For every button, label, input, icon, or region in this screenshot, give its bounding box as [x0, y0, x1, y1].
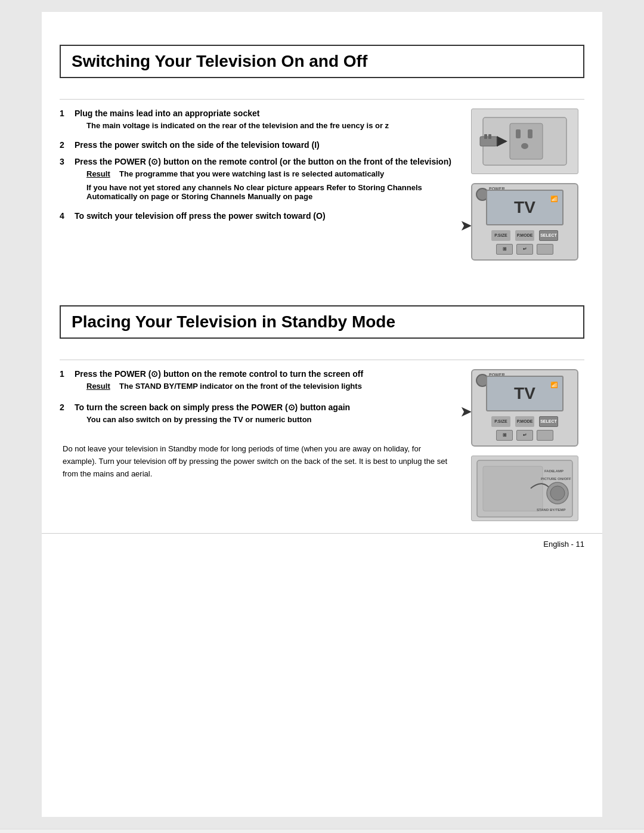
svg-text:LAMP: LAMP: [553, 469, 564, 473]
step-title-2-1: Press the POWER (⊙) button on the remote…: [75, 369, 363, 379]
p-mode-btn: P.MODE: [515, 230, 534, 241]
wifi-icon-2: 📶: [550, 382, 558, 388]
footer-language: English - 11: [543, 540, 584, 549]
divider2: [60, 360, 584, 360]
icon-symbol-3: ⊞: [503, 432, 507, 438]
result-text-2-1: The STAND BY/TEMP indicator on the front…: [119, 382, 453, 391]
section2-content: 1 Press the POWER (⊙) button on the remo…: [42, 369, 602, 521]
icon-symbol-1: ⊞: [503, 246, 507, 252]
result-block-2-1: Result The STAND BY/TEMP indicator on th…: [86, 382, 453, 391]
tv-icon-btn-4: ⊞: [496, 430, 513, 441]
tv-btn-row-2: ⊞ ↵: [496, 430, 553, 441]
step-content-1-3: Press the POWER (⊙) button on the remote…: [75, 157, 453, 204]
tv-icon-btn-5: ↵: [516, 430, 533, 441]
section1-content: 1 Plug the mains lead into an appropriat…: [42, 109, 602, 261]
svg-rect-7: [488, 134, 491, 139]
svg-rect-6: [484, 134, 487, 139]
step-sub-2-2: You can also switch on by pressing the T…: [86, 415, 453, 424]
arrow-icon: ➤: [460, 218, 471, 234]
result-block-1-3: Result The programme that you were watch…: [86, 169, 453, 178]
tv-panel-1: POWER TV 📶 P.SIZE P.MODE SELECT ⊞: [471, 183, 578, 261]
step-title-1-1: Plug the mains lead into an appropriate …: [75, 109, 259, 118]
step-title-2-2: To turn the screen back on simply press …: [75, 402, 350, 412]
step-number-2-2: 2: [60, 402, 75, 412]
bottom-bar: Downloaded from www.Manualslib.com manua…: [0, 829, 644, 833]
page: Switching Your Television On and Off 1 P…: [42, 12, 602, 817]
tv-controls-2: P.SIZE P.MODE SELECT: [491, 416, 558, 427]
section1-title: Switching Your Television On and Off: [60, 45, 584, 78]
step-sub-1-1: The main voltage is indicated on the rea…: [86, 121, 453, 130]
step-number-2-1: 1: [60, 369, 75, 379]
result-text-1-3: The programme that you were watching las…: [119, 169, 453, 178]
language-text: English: [543, 540, 569, 549]
section2-images: ➤ POWER TV 📶 P.SIZE P.MODE SELECT: [465, 369, 584, 521]
step-content-2-1: Press the POWER (⊙) button on the remote…: [75, 369, 453, 395]
tv-btn-row: ⊞ ↵: [496, 244, 553, 255]
divider1: [60, 99, 584, 100]
tv-icon-btn-1: ⊞: [496, 244, 513, 255]
svg-text:FADE: FADE: [544, 469, 554, 473]
section1-text: 1 Plug the mains lead into an appropriat…: [60, 109, 465, 261]
section2-title: Placing Your Television in Standby Mode: [60, 305, 584, 339]
step-number-1-4: 4: [60, 211, 75, 221]
step-note-1-3: If you have not yet stored any channels …: [86, 183, 453, 201]
step-content-1-4: To switch your television off press the …: [75, 211, 453, 221]
tv-screen-2: TV 📶: [486, 376, 564, 411]
tv-icon-btn-3: [537, 244, 553, 255]
svg-rect-9: [483, 466, 543, 511]
svg-text:STAND BY/TEMP: STAND BY/TEMP: [537, 508, 566, 512]
step-title-1-3: Press the POWER (⊙) button on the remote…: [75, 157, 451, 166]
section2-note: Do not leave your television in Standby …: [63, 443, 453, 480]
step-2-2: 2 To turn the screen back on simply pres…: [60, 402, 453, 427]
back-panel-svg: STAND BY/TEMP FADE LAMP PICTURE ON/OFF: [474, 457, 575, 520]
tv-icon-btn-6: [537, 430, 553, 441]
p-mode-btn-2: P.MODE: [515, 416, 534, 427]
section2-text: 1 Press the POWER (⊙) button on the remo…: [60, 369, 465, 521]
tv-screen-1: TV 📶: [486, 190, 564, 225]
step-1-1: 1 Plug the mains lead into an appropriat…: [60, 109, 453, 133]
page-number: - 11: [571, 540, 584, 549]
tv-screen-text-1: TV: [514, 198, 535, 217]
page-footer: English - 11: [42, 533, 602, 555]
p-size-btn-2: P.SIZE: [491, 416, 510, 427]
icon-symbol-4: ↵: [523, 432, 527, 438]
tv-image-2: ➤ POWER TV 📶 P.SIZE P.MODE SELECT: [471, 369, 578, 447]
tv-controls-1: P.SIZE P.MODE SELECT: [491, 230, 558, 241]
icon-symbol-2: ↵: [523, 246, 527, 252]
p-size-btn: P.SIZE: [491, 230, 510, 241]
svg-point-11: [550, 486, 565, 500]
socket-svg: [477, 112, 572, 171]
select-btn: SELECT: [539, 230, 558, 241]
svg-text:PICTURE ON/OFF: PICTURE ON/OFF: [541, 477, 571, 481]
step-title-1-4: To switch your television off press the …: [75, 211, 326, 221]
tv-panel-2: POWER TV 📶 P.SIZE P.MODE SELECT ⊞: [471, 369, 578, 447]
step-content-1-1: Plug the mains lead into an appropriate …: [75, 109, 453, 133]
select-btn-2: SELECT: [539, 416, 558, 427]
tv-icon-btn-2: ↵: [516, 244, 533, 255]
result-label-2-1: Result: [86, 382, 119, 391]
socket-image: [471, 109, 578, 174]
tv-screen-text-2: TV: [514, 384, 535, 403]
arrow-icon-2: ➤: [460, 404, 471, 420]
step-2-1: 1 Press the POWER (⊙) button on the remo…: [60, 369, 453, 395]
tv-image-1: ➤ POWER TV 📶 P.SIZE P.MODE SELECT: [471, 183, 578, 261]
wifi-icon: 📶: [550, 196, 558, 202]
svg-rect-3: [528, 129, 532, 138]
back-panel-image: STAND BY/TEMP FADE LAMP PICTURE ON/OFF: [471, 456, 578, 521]
step-1-2: 2 Press the power switch on the side of …: [60, 140, 453, 150]
step-number-1-2: 2: [60, 140, 75, 150]
svg-rect-2: [516, 129, 521, 138]
step-content-2-2: To turn the screen back on simply press …: [75, 402, 453, 427]
step-number-1-3: 3: [60, 157, 75, 166]
section1-images: ➤ POWER TV 📶 P.SIZE P.MODE SELECT: [465, 109, 584, 261]
step-content-1-2: Press the power switch on the side of th…: [75, 140, 453, 150]
svg-rect-1: [510, 123, 543, 159]
svg-point-4: [521, 143, 528, 149]
step-number-1-1: 1: [60, 109, 75, 118]
step-1-3: 3 Press the POWER (⊙) button on the remo…: [60, 157, 453, 204]
result-label-1-3: Result: [86, 169, 119, 178]
step-1-4: 4 To switch your television off press th…: [60, 211, 453, 221]
step-title-1-2: Press the power switch on the side of th…: [75, 140, 320, 150]
